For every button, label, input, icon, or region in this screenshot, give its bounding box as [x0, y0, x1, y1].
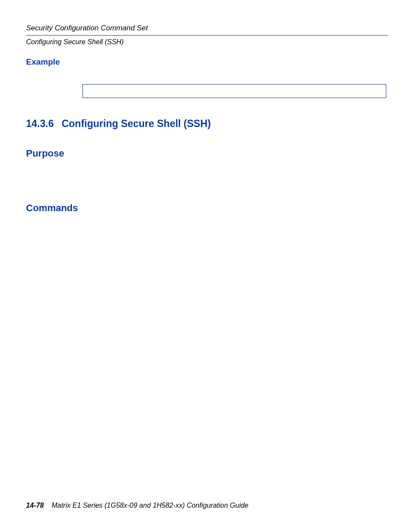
- page-footer: 14-78Matrix E1 Series (1G58x-09 and 1H58…: [26, 502, 248, 509]
- heading-example: Example: [26, 57, 388, 67]
- header-rule: [26, 35, 388, 36]
- section-title: Configuring Secure Shell (SSH): [62, 118, 211, 129]
- heading-commands: Commands: [26, 202, 388, 214]
- heading-section: 14.3.6Configuring Secure Shell (SSH): [26, 118, 388, 130]
- document-page: Security Configuration Command Set Confi…: [0, 0, 414, 532]
- running-header: Security Configuration Command Set: [26, 24, 388, 35]
- page-number: 14-78: [26, 502, 44, 509]
- code-box: [82, 84, 386, 98]
- section-number: 14.3.6: [26, 118, 54, 130]
- running-subheader: Configuring Secure Shell (SSH): [26, 38, 388, 46]
- footer-doc-title: Matrix E1 Series (1G58x-09 and 1H582-xx)…: [52, 502, 249, 509]
- heading-purpose: Purpose: [26, 148, 388, 159]
